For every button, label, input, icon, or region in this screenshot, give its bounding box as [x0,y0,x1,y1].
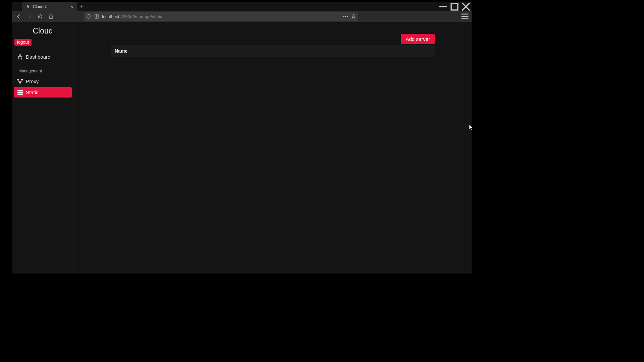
page-info-icon[interactable] [94,14,99,19]
app-viewport: Cloud logout Dashboard Management [12,22,472,274]
app-menu-icon[interactable] [460,12,470,21]
minimize-icon[interactable] [437,2,449,11]
sidebar: Cloud logout Dashboard Management [12,22,74,274]
browser-toolbar: localhost:4200/#/manage/static ••• [12,11,472,22]
url-host: localhost [102,14,119,19]
sidebar-item-proxy[interactable]: Proxy [14,76,72,86]
tab-strip: A CloudUI × + [12,2,472,11]
svg-rect-15 [17,92,23,93]
brand-title: Cloud [14,24,72,38]
table-header-name: Name [111,45,435,57]
url-bar[interactable]: localhost:4200/#/manage/static ••• [84,12,358,21]
svg-rect-13 [19,82,21,83]
svg-rect-14 [17,90,23,92]
bookmark-star-icon[interactable] [351,14,356,19]
svg-rect-16 [17,94,23,95]
sidebar-item-static[interactable]: Static [14,87,72,98]
close-window-icon[interactable] [460,2,472,11]
svg-rect-12 [21,79,23,80]
close-tab-icon[interactable]: × [69,4,74,9]
logout-button[interactable]: logout [14,39,32,46]
main-content: Add server Name [74,22,472,274]
back-button[interactable] [14,12,23,21]
reload-button[interactable] [36,12,45,21]
new-tab-button[interactable]: + [77,2,87,11]
network-icon [17,79,23,84]
server-stack-icon [17,90,23,95]
svg-rect-1 [451,3,458,10]
maximize-icon[interactable] [449,2,460,11]
svg-rect-11 [17,79,19,80]
sidebar-item-dashboard[interactable]: Dashboard [14,52,72,62]
browser-tab[interactable]: A CloudUI × [22,2,77,11]
tab-favicon-icon: A [25,4,30,9]
sidebar-item-label: Dashboard [26,54,50,60]
forward-button[interactable] [25,12,34,21]
home-button[interactable] [46,12,56,21]
tab-title: CloudUI [33,4,66,9]
more-actions-icon[interactable]: ••• [343,14,348,19]
window-controls [437,2,472,11]
sidebar-section-management: Management [14,63,72,76]
browser-window: A CloudUI × + [12,2,472,274]
add-server-button[interactable]: Add server [401,34,435,44]
url-text: localhost:4200/#/manage/static [102,14,340,19]
url-path: :4200/#/manage/static [119,14,162,19]
peace-hand-icon [17,54,23,60]
sidebar-item-label: Static [26,89,39,95]
sidebar-item-label: Proxy [26,78,39,84]
shield-icon[interactable] [86,14,91,19]
